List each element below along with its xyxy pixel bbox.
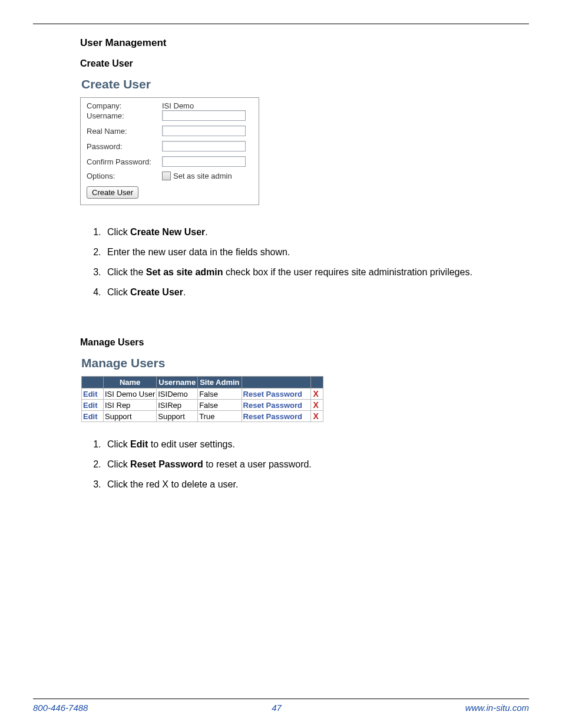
step-bold: Create User [130,287,183,297]
cell-username: ISIDemo [157,388,198,400]
step-bold: Reset Password [130,459,203,469]
create-user-steps: Click Create New User. Enter the new use… [80,225,511,299]
heading-manage-users: Manage Users [80,337,511,348]
edit-link[interactable]: Edit [83,401,98,410]
table-row: Edit ISI Rep ISIRep False Reset Password… [82,400,323,411]
page-footer: 800-446-7488 47 www.in-situ.com [33,699,529,713]
cell-username: ISIRep [157,400,198,411]
step-item: Click the red X to delete a user. [104,477,511,492]
step-text: Click [107,459,130,469]
cell-site-admin: False [198,400,242,411]
step-text: Click [107,227,130,237]
footer-page-number: 47 [272,703,282,713]
table-row: Edit Support Support True Reset Password… [82,411,323,422]
col-blank [82,377,104,388]
col-blank [242,377,310,388]
step-text: Click the [107,267,146,277]
create-user-form: Company: ISI Demo Username: Real Name: P… [80,97,259,205]
step-text: . [205,227,207,237]
label-site-admin-checkbox: Set as site admin [173,172,232,180]
table-row: Edit ISI Demo User ISIDemo False Reset P… [82,388,323,400]
col-blank [310,377,323,388]
panel-title-create-user: Create User [81,77,511,91]
input-username[interactable] [162,110,246,121]
step-bold: Edit [130,439,148,449]
heading-create-user: Create User [80,58,511,69]
step-item: Enter the new user data in the fields sh… [104,245,511,259]
cell-name: ISI Rep [104,400,157,411]
heading-user-management: User Management [80,37,511,49]
col-username: Username [157,377,198,388]
step-text: Click [107,287,130,297]
step-text: Click [107,439,130,449]
checkbox-site-admin[interactable] [162,172,171,180]
input-real-name[interactable] [162,126,246,136]
delete-icon[interactable]: X [312,411,320,421]
delete-icon[interactable]: X [312,389,320,398]
edit-link[interactable]: Edit [83,412,98,421]
step-text: to reset a user password. [203,459,312,469]
label-real-name: Real Name: [87,127,162,136]
delete-icon[interactable]: X [312,400,320,410]
cell-name: ISI Demo User [104,388,157,400]
input-password[interactable] [162,141,246,151]
reset-password-link[interactable]: Reset Password [243,401,302,410]
reset-password-link[interactable]: Reset Password [243,412,302,421]
step-text: check box if the user requires site admi… [223,267,472,277]
step-item: Click Create User. [104,285,511,299]
col-site-admin: Site Admin [198,377,242,388]
reset-password-link[interactable]: Reset Password [243,390,302,398]
label-company: Company: [87,101,162,110]
cell-username: Support [157,411,198,422]
value-company: ISI Demo [162,101,194,110]
edit-link[interactable]: Edit [83,390,98,398]
label-username: Username: [87,111,162,120]
footer-phone: 800-446-7488 [33,703,88,713]
col-name: Name [104,377,157,388]
manage-users-steps: Click Edit to edit user settings. Click … [80,437,511,492]
step-text: . [183,287,186,297]
step-item: Click Reset Password to reset a user pas… [104,457,511,472]
users-table: Name Username Site Admin Edit ISI Demo U… [81,376,323,422]
footer-url: www.in-situ.com [465,703,529,713]
step-text: to edit user settings. [148,439,235,449]
step-item: Click the Set as site admin check box if… [104,265,511,279]
label-password: Password: [87,142,162,151]
step-item: Click Create New User. [104,225,511,239]
panel-title-manage-users: Manage Users [81,356,511,370]
create-user-button[interactable]: Create User [87,186,138,199]
step-item: Click Edit to edit user settings. [104,437,511,452]
label-confirm-password: Confirm Password: [87,157,162,166]
step-bold: Set as site admin [146,267,223,277]
label-options: Options: [87,172,162,180]
cell-name: Support [104,411,157,422]
cell-site-admin: True [198,411,242,422]
input-confirm-password[interactable] [162,156,246,167]
step-bold: Create New User [130,227,205,237]
cell-site-admin: False [198,388,242,400]
